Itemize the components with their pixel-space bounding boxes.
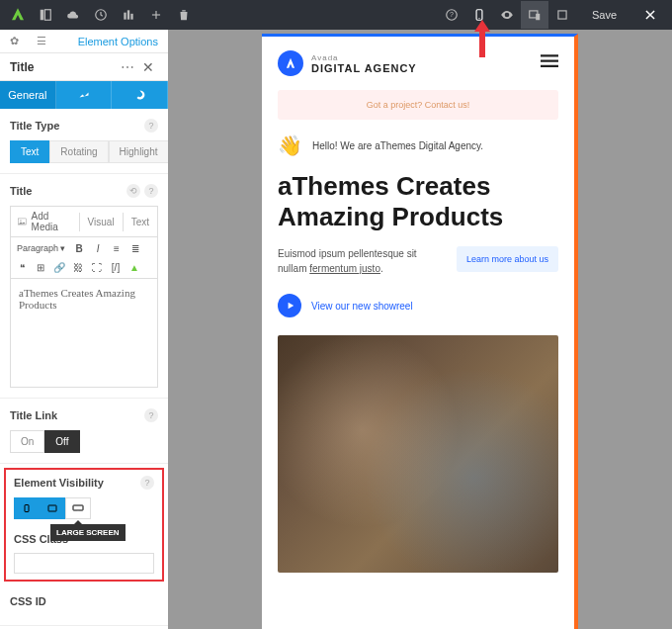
hero-image <box>278 335 558 573</box>
unlink-icon[interactable]: ⛓ <box>69 258 87 276</box>
avada-icon[interactable]: ▲ <box>126 258 143 276</box>
list-ol-icon[interactable]: ≣ <box>126 239 144 257</box>
showreel-link[interactable]: View our new showreel <box>311 301 413 312</box>
mobile-preview: Avada DIGITAL AGENCY Got a project? Cont… <box>262 34 578 629</box>
visibility-label: Element Visibility <box>14 477 140 489</box>
help-icon[interactable]: ? <box>438 1 465 29</box>
quote-icon[interactable]: ❝ <box>13 258 31 276</box>
history-icon[interactable] <box>87 1 115 29</box>
tab-extras[interactable] <box>112 81 168 109</box>
help-icon[interactable]: ⟲ <box>126 184 140 198</box>
play-button-icon[interactable] <box>278 294 301 317</box>
svg-rect-3 <box>124 13 126 20</box>
title-type-text[interactable]: Text <box>10 140 49 163</box>
fullscreen-icon[interactable]: ⛶ <box>88 258 106 276</box>
highlighted-region: Element Visibility? LARGE SCREEN CSS Cla… <box>4 468 164 582</box>
link-icon[interactable]: 🔗 <box>50 258 68 276</box>
list-ul-icon[interactable]: ≡ <box>108 239 126 257</box>
element-title: Title <box>10 60 117 74</box>
title-type-label: Title Type <box>10 120 144 132</box>
help-icon[interactable]: ? <box>140 476 154 490</box>
svg-rect-0 <box>41 10 44 21</box>
svg-rect-5 <box>130 14 132 20</box>
editor-toolbar: Paragraph ▾ B I ≡ ≣ ❝ ⊞ 🔗 ⛓ ⛶ [/] ▲ <box>10 236 158 279</box>
italic-icon[interactable]: I <box>89 239 107 257</box>
settings-tabs: General <box>0 81 168 109</box>
title-type-rotating[interactable]: Rotating <box>49 140 108 163</box>
editor-sidebar: ✿ ☰ Element Options Title ⋯ ✕ General Ti… <box>0 30 168 629</box>
svg-point-9 <box>478 18 479 19</box>
editor-tab-visual[interactable]: Visual <box>79 213 123 231</box>
editor-tab-text[interactable]: Text <box>123 213 157 231</box>
title-link-label: Title Link <box>10 409 144 421</box>
visibility-small[interactable] <box>14 497 40 519</box>
help-icon[interactable]: ? <box>144 408 158 422</box>
add-media-button[interactable]: Add Media <box>11 207 79 236</box>
svg-rect-4 <box>127 10 129 19</box>
help-icon[interactable]: ? <box>144 119 158 133</box>
css-id-label: CSS ID <box>10 595 158 607</box>
top-toolbar: ? Save <box>0 0 672 30</box>
cloud-icon[interactable] <box>59 1 87 29</box>
svg-rect-17 <box>73 505 83 510</box>
wave-emoji-icon: 👋 <box>278 134 302 157</box>
trash-icon[interactable] <box>170 1 198 29</box>
svg-rect-16 <box>48 505 56 511</box>
title-label: Title <box>10 185 126 197</box>
sidebar-toggle-icon[interactable] <box>32 1 59 29</box>
svg-rect-1 <box>44 10 50 21</box>
preview-headline: aThemes Creates Amazing Products <box>262 171 574 246</box>
svg-rect-12 <box>558 11 566 19</box>
shortcode-icon[interactable]: [/] <box>107 258 125 276</box>
close-panel-icon[interactable]: ✕ <box>138 59 158 75</box>
list-icon[interactable]: ☰ <box>28 30 55 53</box>
settings-gear-icon[interactable]: ✿ <box>0 30 28 53</box>
preview-canvas: Avada DIGITAL AGENCY Got a project? Cont… <box>168 30 672 629</box>
title-link-off[interactable]: Off <box>44 430 79 453</box>
hamburger-menu-icon[interactable] <box>541 54 558 72</box>
learn-more-button[interactable]: Learn more about us <box>457 246 558 272</box>
css-class-input[interactable] <box>14 553 154 574</box>
brand-logo-icon <box>278 50 303 76</box>
avada-logo-icon[interactable] <box>4 1 32 29</box>
element-options-link[interactable]: Element Options <box>55 36 168 47</box>
svg-rect-20 <box>541 60 558 62</box>
title-type-highlight[interactable]: Highlight <box>109 140 168 163</box>
svg-point-14 <box>20 220 21 221</box>
add-icon[interactable] <box>142 1 170 29</box>
title-content-editor[interactable]: aThemes Creates Amazing Products <box>10 279 158 388</box>
contact-banner[interactable]: Got a project? Contact us! <box>278 90 558 120</box>
tab-design[interactable] <box>56 81 113 109</box>
visibility-tooltip: LARGE SCREEN <box>50 524 126 541</box>
svg-rect-15 <box>25 505 29 512</box>
expand-icon[interactable] <box>548 1 576 29</box>
library-icon[interactable] <box>115 1 142 29</box>
more-options-icon[interactable]: ⋯ <box>117 59 138 75</box>
bold-icon[interactable]: B <box>70 239 88 257</box>
svg-rect-11 <box>536 14 540 20</box>
hello-text: Hello! We are aThemes Digital Agency. <box>312 140 483 151</box>
paragraph-dropdown[interactable]: Paragraph ▾ <box>13 239 69 257</box>
title-link-on[interactable]: On <box>10 430 44 453</box>
svg-text:?: ? <box>450 11 454 18</box>
mobile-preview-icon[interactable] <box>465 1 493 29</box>
svg-rect-18 <box>77 510 79 511</box>
svg-rect-21 <box>541 65 558 67</box>
visibility-large[interactable]: LARGE SCREEN <box>65 497 91 519</box>
help-icon[interactable]: ? <box>144 184 158 198</box>
preview-eye-icon[interactable] <box>493 1 521 29</box>
toolbar-toggle-icon[interactable]: ⊞ <box>32 258 49 276</box>
close-button[interactable] <box>632 0 668 30</box>
brand-small: Avada <box>311 53 541 62</box>
responsive-icon[interactable] <box>521 1 548 29</box>
visibility-medium[interactable] <box>40 497 65 519</box>
svg-rect-19 <box>541 54 558 56</box>
save-button[interactable]: Save <box>576 0 632 30</box>
tab-general[interactable]: General <box>0 81 56 109</box>
preview-subtext: Euismod ipsum pellentesque sit nullam fe… <box>278 246 445 276</box>
brand-large: DIGITAL AGENCY <box>311 62 541 74</box>
